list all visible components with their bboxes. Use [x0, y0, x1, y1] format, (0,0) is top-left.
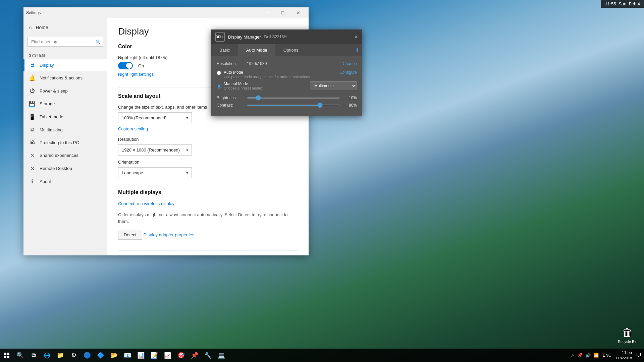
- preset-select[interactable]: Multimedia Standard Movie Game Custom: [310, 81, 357, 90]
- contrast-value: 80%: [343, 103, 357, 108]
- sidebar-item-home[interactable]: ⌂ Home: [23, 21, 107, 34]
- multiple-displays-title: Multiple displays: [118, 189, 298, 195]
- sidebar-item-projecting[interactable]: 📽 Projecting to this PC: [23, 136, 107, 149]
- scale-value: 100% (Recommended): [122, 115, 167, 120]
- sidebar-search-area: 🔍: [28, 37, 103, 47]
- sidebar-item-shared[interactable]: ✕ Shared experiences: [23, 149, 107, 162]
- dm-tab-auto[interactable]: Auto Mode: [238, 44, 275, 56]
- taskbar-clock[interactable]: 11:55 11/4/2018: [615, 350, 632, 360]
- tablet-icon: 📱: [29, 114, 36, 120]
- custom-scaling-link[interactable]: Custom scaling: [118, 126, 148, 131]
- app-button-1[interactable]: 📧: [121, 349, 134, 362]
- tray-lang[interactable]: ENG: [603, 353, 611, 358]
- top-clock-date: Sun, Feb 4: [619, 1, 640, 6]
- sidebar-label-shared: Shared experiences: [40, 153, 78, 158]
- close-button[interactable]: ✕: [290, 7, 306, 18]
- adapter-link[interactable]: Display adapter properties: [143, 232, 194, 237]
- brightness-slider[interactable]: [247, 97, 340, 99]
- dell-logo: DELL: [215, 32, 225, 42]
- contrast-slider[interactable]: [247, 105, 340, 106]
- task-view-button[interactable]: ⧉: [27, 349, 40, 362]
- night-light-label: Night light (off until 18:05): [118, 55, 168, 60]
- minimize-button[interactable]: ─: [260, 7, 275, 18]
- manual-mode-radio[interactable]: [217, 84, 221, 88]
- remote-icon: ✕: [29, 165, 36, 172]
- search-button[interactable]: 🔍: [13, 349, 27, 362]
- dm-titlebar: DELL Display Manager Dell S2316H ✕: [211, 29, 362, 44]
- dm-resolution-label: Resolution:: [217, 61, 247, 66]
- storage-icon: 💾: [29, 101, 36, 107]
- dm-title: Display Manager: [228, 35, 261, 40]
- chrome-button[interactable]: 🔵: [80, 349, 94, 362]
- resolution-dropdown-arrow: ▾: [186, 148, 188, 153]
- svg-rect-2: [4, 356, 6, 358]
- orientation-dropdown[interactable]: Landscape ▾: [118, 167, 192, 178]
- scale-dropdown-arrow: ▾: [186, 116, 188, 120]
- dm-change-link[interactable]: Change: [343, 61, 357, 66]
- sidebar-item-power[interactable]: ⏻ Power & sleep: [23, 84, 107, 97]
- sidebar-item-tablet[interactable]: 📱 Tablet mode: [23, 110, 107, 123]
- manual-mode-content: Manual Mode Choose a preset mode:: [224, 81, 262, 90]
- resolution-dropdown[interactable]: 644 × 362 (Recommended) ▾: [118, 144, 192, 156]
- separator-2: [118, 184, 298, 184]
- night-light-settings-link[interactable]: Night light settings: [118, 72, 154, 77]
- search-input[interactable]: [28, 37, 103, 47]
- app-button-7[interactable]: 🔧: [201, 349, 215, 362]
- start-button[interactable]: [0, 349, 13, 362]
- sidebar-label-display: Display: [40, 63, 54, 68]
- dm-manual-mode-row: Manual Mode Choose a preset mode: Multim…: [217, 81, 357, 90]
- top-clock-area: 11:55 Sun, Feb 4: [601, 0, 644, 8]
- detect-button[interactable]: Detect: [118, 230, 142, 240]
- maximize-button[interactable]: □: [275, 7, 290, 18]
- app-button-2[interactable]: 📊: [134, 349, 148, 362]
- recycle-bin[interactable]: 🗑 Recycle Bin: [618, 326, 637, 344]
- sidebar-item-multitasking[interactable]: ⧉ Multitasking: [23, 123, 107, 136]
- sidebar-item-about[interactable]: ℹ About: [23, 175, 107, 188]
- edge-button[interactable]: 🌐: [40, 349, 54, 362]
- dm-tabs: Basic Auto Mode Options ℹ: [211, 44, 362, 56]
- taskbar-time: 11:55: [615, 350, 632, 356]
- dm-tab-basic[interactable]: Basic: [211, 44, 238, 56]
- sidebar-item-remote[interactable]: ✕ Remote Desktop: [23, 162, 107, 175]
- info-icon[interactable]: ℹ: [352, 44, 362, 56]
- toggle-on-label: On: [138, 63, 144, 68]
- auto-mode-content: Auto Mode Use preset mode assignments fo…: [224, 70, 310, 79]
- dm-tab-options[interactable]: Options: [275, 44, 307, 56]
- tray-icon-4[interactable]: 📶: [593, 353, 599, 358]
- wireless-display-link[interactable]: Connect to a wireless display: [118, 201, 174, 206]
- notification-icon[interactable]: 🗨: [636, 352, 641, 358]
- resolution-value: 644 × 362 (Recommended): [122, 147, 180, 153]
- sidebar-label-tablet: Tablet mode: [40, 114, 63, 119]
- svg-rect-0: [4, 353, 6, 355]
- recycle-bin-icon: 🗑: [622, 326, 633, 339]
- app-button-4[interactable]: 📈: [161, 349, 174, 362]
- home-icon: ⌂: [29, 25, 32, 30]
- contrast-label: Contrast:: [217, 103, 244, 108]
- sidebar-item-display[interactable]: 🖥 Display: [23, 59, 107, 71]
- shared-icon: ✕: [29, 152, 36, 159]
- folder2-button[interactable]: 📂: [107, 349, 121, 362]
- scale-dropdown[interactable]: 100% (Recommended) ▾: [118, 112, 192, 123]
- sidebar-item-notifications[interactable]: 🔔 Notifications & actions: [23, 71, 107, 84]
- system-section-label: System: [23, 49, 107, 59]
- app-button-8[interactable]: 💻: [215, 349, 228, 362]
- dm-close-button[interactable]: ✕: [354, 34, 358, 40]
- dm-configure-link[interactable]: Configure: [339, 70, 357, 75]
- tray-icon-3[interactable]: 🔊: [585, 353, 591, 358]
- settings-taskbar-button[interactable]: ⚙: [67, 349, 80, 362]
- file-explorer-button[interactable]: 📁: [54, 349, 67, 362]
- app-button-5[interactable]: 🎯: [174, 349, 188, 362]
- sidebar-label-multitasking: Multitasking: [40, 127, 63, 132]
- tray-icon-2[interactable]: 📌: [577, 353, 583, 358]
- auto-mode-radio[interactable]: [217, 71, 221, 75]
- app-button-3[interactable]: 📝: [148, 349, 161, 362]
- ie-button[interactable]: 🔷: [94, 349, 107, 362]
- dm-monitor-name: Dell S2316H: [264, 35, 287, 39]
- sidebar-item-storage[interactable]: 💾 Storage: [23, 97, 107, 110]
- search-icon: 🔍: [96, 40, 101, 44]
- tray-icon-1[interactable]: △: [571, 353, 575, 358]
- auto-mode-desc: Use preset mode assignments for active a…: [224, 75, 310, 79]
- app-button-6[interactable]: 📌: [188, 349, 201, 362]
- svg-rect-1: [7, 353, 9, 355]
- night-light-toggle[interactable]: [118, 62, 133, 69]
